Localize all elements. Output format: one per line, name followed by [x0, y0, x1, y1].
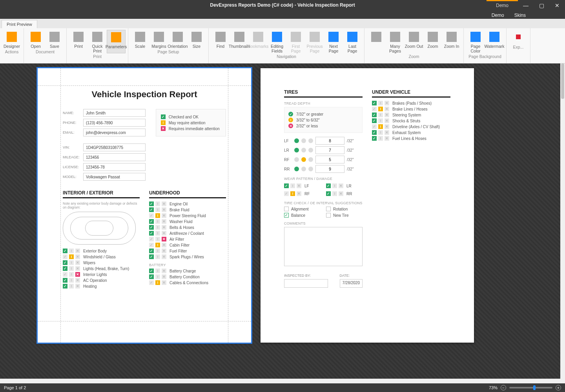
- check-ok-icon[interactable]: ✓: [149, 254, 154, 259]
- check-bad-icon[interactable]: ✕: [339, 191, 343, 196]
- check-bad-icon[interactable]: ✕: [339, 183, 343, 188]
- check-ok-icon[interactable]: ✓: [63, 278, 67, 283]
- check-ok-icon[interactable]: ✓: [372, 130, 377, 135]
- tire-RR-warn-icon[interactable]: [301, 167, 306, 171]
- check-bad-icon[interactable]: ✕: [162, 237, 166, 241]
- check-ok-icon[interactable]: ✓: [149, 213, 154, 218]
- field-license[interactable]: [83, 163, 146, 171]
- check-warn-icon[interactable]: !: [332, 183, 337, 188]
- check-warn-icon[interactable]: !: [378, 136, 383, 141]
- ribbon-print[interactable]: Print: [69, 30, 88, 53]
- ribbon-zoom-out[interactable]: Zoom Out: [405, 30, 423, 53]
- check-ok-icon[interactable]: ✓: [372, 113, 377, 117]
- sugg-balance[interactable]: ✓: [284, 213, 289, 218]
- check-warn-icon[interactable]: !: [155, 225, 160, 230]
- check-warn-icon[interactable]: !: [69, 266, 74, 271]
- check-bad-icon[interactable]: ✕: [385, 136, 389, 141]
- maximize-button[interactable]: ▢: [534, 0, 549, 11]
- check-bad-icon[interactable]: ✕: [75, 266, 80, 271]
- check-warn-icon[interactable]: !: [69, 284, 74, 289]
- check-warn-icon[interactable]: !: [378, 107, 383, 111]
- check-bad-icon[interactable]: ✕: [162, 219, 166, 224]
- zoom-slider[interactable]: [509, 387, 552, 388]
- check-bad-icon[interactable]: ✕: [385, 107, 389, 111]
- field-mileage[interactable]: [83, 153, 146, 161]
- check-bad-icon[interactable]: ✕: [75, 284, 80, 289]
- check-bad-icon[interactable]: ✕: [162, 269, 166, 273]
- tire-LR-bad-icon[interactable]: [308, 148, 313, 152]
- vertical-scrollbar[interactable]: [560, 64, 565, 379]
- check-bad-icon[interactable]: ✕: [75, 260, 80, 265]
- check-ok-icon[interactable]: ✓: [149, 280, 154, 285]
- check-ok-icon[interactable]: ✓: [326, 183, 331, 188]
- check-bad-icon[interactable]: ✕: [162, 243, 166, 247]
- sugg-alignment[interactable]: [284, 207, 289, 211]
- tire-LR-input[interactable]: [315, 146, 344, 154]
- tire-RR-input[interactable]: [315, 165, 344, 173]
- check-ok-icon[interactable]: ✓: [149, 225, 154, 230]
- check-bad-icon[interactable]: ✕: [162, 254, 166, 259]
- check-ok-icon[interactable]: ✓: [372, 107, 377, 111]
- comments-box[interactable]: [284, 227, 363, 266]
- check-ok-icon[interactable]: ✓: [63, 284, 67, 289]
- check-bad-icon[interactable]: ✕: [385, 130, 389, 135]
- tire-LR-ok-icon[interactable]: [294, 148, 299, 152]
- check-ok-icon[interactable]: ✓: [149, 269, 154, 273]
- check-bad-icon[interactable]: ✕: [385, 118, 389, 123]
- tire-RR-ok-icon[interactable]: [294, 167, 299, 171]
- check-bad-icon[interactable]: ✕: [162, 274, 166, 279]
- ribbon-size[interactable]: Size: [187, 30, 206, 49]
- ribbon-find[interactable]: Find: [211, 30, 230, 53]
- check-ok-icon[interactable]: ✓: [149, 243, 154, 247]
- subtab-demo[interactable]: Demo: [492, 13, 504, 18]
- check-ok-icon[interactable]: ✓: [284, 191, 289, 196]
- check-bad-icon[interactable]: ✕: [385, 113, 389, 117]
- check-bad-icon[interactable]: ✕: [385, 124, 389, 129]
- check-ok-icon[interactable]: ✓: [149, 249, 154, 253]
- check-ok-icon[interactable]: ✓: [63, 266, 67, 271]
- tire-RF-input[interactable]: [315, 156, 344, 163]
- check-bad-icon[interactable]: ✕: [162, 201, 166, 206]
- ribbon-save[interactable]: Save: [45, 30, 64, 49]
- check-ok-icon[interactable]: ✓: [372, 118, 377, 123]
- check-ok-icon[interactable]: ✓: [326, 191, 331, 196]
- ribbon-next-page[interactable]: Next Page: [324, 30, 343, 53]
- field-name[interactable]: [83, 109, 146, 117]
- check-warn-icon[interactable]: !: [378, 124, 383, 129]
- check-warn-icon[interactable]: !: [155, 254, 160, 259]
- ribbon-orientation[interactable]: Orientation: [168, 30, 187, 49]
- check-ok-icon[interactable]: ✓: [372, 101, 377, 105]
- check-bad-icon[interactable]: ✕: [297, 191, 301, 196]
- check-bad-icon[interactable]: ✕: [162, 280, 166, 285]
- check-warn-icon[interactable]: !: [332, 191, 337, 196]
- check-ok-icon[interactable]: ✓: [63, 249, 67, 253]
- demo-pill[interactable]: Demo: [487, 0, 518, 11]
- check-warn-icon[interactable]: !: [155, 269, 160, 273]
- close-button[interactable]: ✕: [549, 0, 565, 11]
- tire-RF-bad-icon[interactable]: [308, 157, 313, 162]
- check-warn-icon[interactable]: !: [69, 260, 74, 265]
- ribbon-margins[interactable]: Margins: [149, 30, 168, 49]
- check-warn-icon[interactable]: !: [378, 113, 383, 117]
- check-warn-icon[interactable]: !: [155, 280, 160, 285]
- horizontal-scrollbar[interactable]: [0, 379, 565, 383]
- zoom-out-icon[interactable]: −: [501, 385, 506, 390]
- check-ok-icon[interactable]: ✓: [63, 272, 67, 277]
- check-warn-icon[interactable]: !: [155, 201, 160, 206]
- check-warn-icon[interactable]: !: [378, 101, 383, 105]
- check-warn-icon[interactable]: !: [155, 213, 160, 218]
- sugg-rotation[interactable]: [326, 207, 331, 211]
- ribbon-thumbnails[interactable]: Thumbnails: [230, 30, 249, 53]
- check-bad-icon[interactable]: ✕: [162, 213, 166, 218]
- check-bad-icon[interactable]: ✕: [385, 101, 389, 105]
- check-warn-icon[interactable]: !: [155, 207, 160, 212]
- subtab-skins[interactable]: Skins: [514, 13, 526, 18]
- check-ok-icon[interactable]: ✓: [149, 274, 154, 279]
- check-ok-icon[interactable]: ✓: [149, 219, 154, 224]
- check-ok-icon[interactable]: ✓: [63, 254, 67, 259]
- ribbon-zoom[interactable]: Zoom: [423, 30, 442, 53]
- check-ok-icon[interactable]: ✓: [372, 124, 377, 129]
- tire-LF-ok-icon[interactable]: [294, 138, 299, 143]
- field-phone[interactable]: [83, 119, 146, 127]
- check-ok-icon[interactable]: ✓: [149, 237, 154, 241]
